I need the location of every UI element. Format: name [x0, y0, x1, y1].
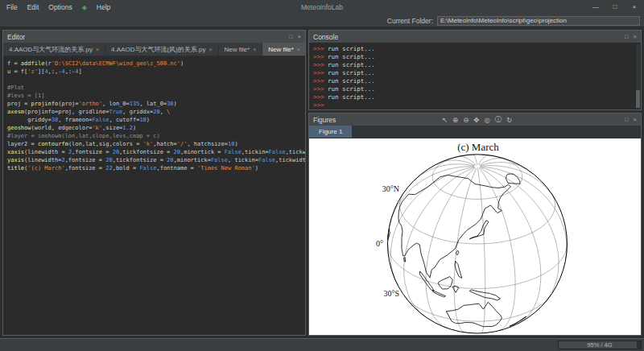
- current-folder-input[interactable]: [437, 16, 640, 26]
- tab-label: 4.AAOD与大气环流的关系.py: [9, 45, 93, 54]
- code-line: geoshow(world, edgecolor='k',size=1.2): [7, 124, 301, 132]
- editor-panel-header: Editor □ ×: [3, 31, 305, 43]
- coastline-path: [506, 174, 520, 184]
- code-editor[interactable]: f = addfile(r'D:\SCI2\data\ECMWF\wind_ge…: [3, 56, 305, 335]
- current-folder-label: Current Folder:: [387, 17, 433, 25]
- rotate-icon[interactable]: ↻: [506, 116, 512, 124]
- graticule-line: [480, 167, 541, 324]
- zoom-in-icon[interactable]: ⊕: [452, 116, 458, 124]
- latitude-label: 0°: [376, 239, 383, 248]
- tab-close-icon[interactable]: ×: [297, 47, 300, 52]
- graticule-line: [454, 168, 477, 332]
- editor-float-icon[interactable]: □: [289, 33, 293, 40]
- coastline-path: [469, 221, 489, 239]
- coastline-path: [438, 277, 452, 289]
- main-area: Editor □ × 4.AAOD与大气环流的关系.py×4.AAOD与大气环流…: [0, 27, 644, 338]
- code-line: #Plot: [7, 84, 301, 92]
- console-float-icon[interactable]: □: [625, 33, 629, 40]
- status-bar: 95% / 4G: [0, 338, 644, 351]
- right-column: Console □ × >>> run script...>>> run scr…: [308, 30, 642, 336]
- console-line: >>> run script...: [313, 69, 633, 77]
- memory-text: 95% / 4G: [559, 341, 641, 349]
- tab-figure-1[interactable]: Figure 1: [309, 126, 352, 138]
- graticule-line: [481, 166, 555, 200]
- editor-tab-3[interactable]: New file*×: [219, 43, 263, 56]
- code-line: xaxis(linewidth = 2,fontsize = 20,tickfo…: [7, 148, 301, 156]
- close-button[interactable]: ×: [625, 0, 644, 14]
- tab-close-icon[interactable]: ×: [96, 47, 99, 52]
- figures-panel-icons: □ ×: [625, 116, 637, 123]
- tab-close-icon[interactable]: ×: [208, 47, 212, 52]
- pan-icon[interactable]: ✥: [473, 116, 479, 124]
- console-panel-title: Console: [313, 33, 338, 41]
- code-line: yaxis(linewidth=2,fontsize = 20,tickfont…: [7, 156, 301, 164]
- latitude-label: 30°S: [383, 289, 399, 298]
- menu-help[interactable]: Help: [97, 3, 110, 11]
- coastline-path: [510, 316, 526, 326]
- coastline-path: [455, 261, 462, 278]
- minimize-button[interactable]: —: [586, 0, 605, 14]
- title-bar: File Edit Options ◈ Help MeteoInfoLab — …: [0, 0, 644, 14]
- code-line: proj = projinfo(proj='ortho', lon_0=135,…: [7, 100, 301, 108]
- figures-panel-title: Figures: [313, 116, 336, 124]
- figure-plot: [309, 138, 641, 335]
- console-output[interactable]: >>> run script...>>> run script...>>> ru…: [309, 43, 641, 109]
- memory-indicator: 95% / 4G: [558, 341, 642, 349]
- full-extent-icon[interactable]: ◎: [484, 116, 489, 124]
- coastline-path: [419, 271, 434, 291]
- editor-panel-icons: □ ×: [289, 33, 301, 40]
- figure-tabstrip: Figure 1: [309, 126, 641, 138]
- zoom-out-icon[interactable]: ⊖: [463, 116, 469, 124]
- tab-label: 4.AAOD与大气环流(风)的关系.py: [111, 45, 205, 54]
- console-line: >>> run script...: [313, 93, 633, 101]
- menu-file[interactable]: File: [6, 3, 18, 11]
- console-lines: >>> run script...>>> run script...>>> ru…: [313, 45, 633, 109]
- figures-panel-header: Figures ↖⊕⊖✥◎ⓘ↻ □ ×: [309, 114, 641, 126]
- menu-bar: File Edit Options ◈ Help: [0, 3, 110, 11]
- maximize-button[interactable]: □: [605, 0, 625, 14]
- graticule-line: [479, 158, 506, 165]
- editor-tab-1[interactable]: 4.AAOD与大气环流的关系.py×: [3, 43, 105, 56]
- coastline-path: [469, 290, 500, 300]
- console-panel-header: Console □ ×: [309, 31, 641, 43]
- figure-title: (c) March: [457, 141, 499, 154]
- figures-panel: Figures ↖⊕⊖✥◎ⓘ↻ □ × Figure 1 (c) March 3…: [308, 113, 642, 336]
- identify-icon[interactable]: ⓘ: [495, 115, 502, 125]
- console-close-icon[interactable]: ×: [634, 33, 637, 40]
- editor-close-icon[interactable]: ×: [298, 33, 301, 40]
- editor-tabbar: 4.AAOD与大气环流的关系.py×4.AAOD与大气环流(风)的关系.py×N…: [3, 43, 305, 56]
- graticule-line: [404, 167, 475, 316]
- menu-edit[interactable]: Edit: [27, 3, 39, 11]
- editor-tab-4[interactable]: New file*×: [262, 43, 305, 56]
- console-line: >>> run script...: [313, 53, 633, 61]
- apps-icon[interactable]: ◈: [82, 4, 87, 11]
- latitude-label: 30°N: [382, 184, 399, 193]
- select-arrow-icon[interactable]: ↖: [442, 116, 448, 124]
- code-line: #levs = [1]: [7, 92, 301, 100]
- graticule-line: [388, 245, 568, 289]
- console-line: >>>: [313, 101, 633, 109]
- figures-close-icon[interactable]: ×: [634, 116, 637, 123]
- menu-options[interactable]: Options: [48, 3, 72, 11]
- current-folder-row: Current Folder:: [0, 14, 644, 27]
- tab-close-icon[interactable]: ×: [253, 47, 256, 52]
- code-line: u = f['z'][4,:,-4,:-4]: [7, 68, 301, 76]
- editor-tab-2[interactable]: 4.AAOD与大气环流(风)的关系.py×: [105, 43, 218, 56]
- code-line: [7, 76, 301, 84]
- console-scrollbar[interactable]: [636, 44, 640, 108]
- figures-float-icon[interactable]: □: [625, 116, 629, 123]
- figure-canvas[interactable]: (c) March 30°N0°30°S: [309, 138, 641, 335]
- meteoinfolab-window: File Edit Options ◈ Help MeteoInfoLab — …: [0, 0, 644, 351]
- console-scrollbar-thumb[interactable]: [636, 90, 640, 108]
- graticule-line: [390, 167, 474, 286]
- window-controls: — □ ×: [586, 0, 644, 14]
- coastline-path: [446, 302, 502, 326]
- tab-label: New file*: [268, 46, 294, 53]
- code-line: f = addfile(r'D:\SCI2\data\ECMWF\wind_ge…: [7, 60, 301, 68]
- coastline-path: [433, 291, 446, 297]
- code-line: griddy=30, frameon=False, cutoff=10): [7, 116, 301, 124]
- code-line: #layer = imshowm(lon,lat,slope,levs,cmap…: [7, 132, 301, 140]
- console-line: >>> run script...: [313, 61, 633, 69]
- tab-label: New file*: [225, 46, 250, 53]
- coastline-path: [456, 250, 459, 255]
